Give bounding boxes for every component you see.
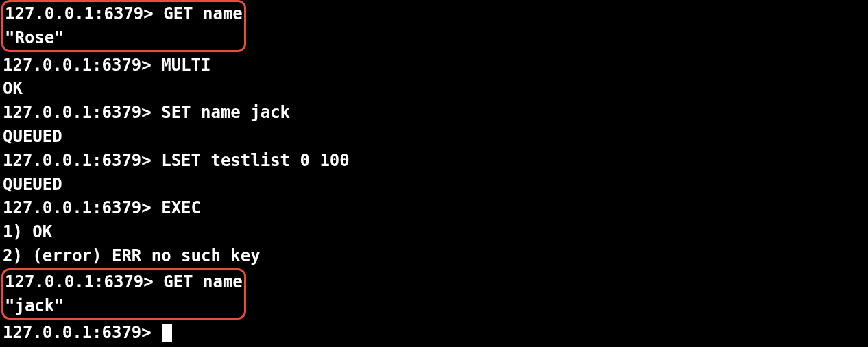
output-line: "Rose" bbox=[5, 26, 243, 50]
command-line: 127.0.0.1:6379> GET name bbox=[5, 270, 243, 294]
prompt-text: 127.0.0.1:6379> bbox=[3, 323, 161, 342]
terminal-output[interactable]: 127.0.0.1:6379> GET name "Rose" 127.0.0.… bbox=[0, 0, 868, 345]
output-line: "jack" bbox=[5, 294, 243, 318]
output-line: OK bbox=[3, 77, 865, 101]
output-line: QUEUED bbox=[3, 173, 865, 197]
command-line: 127.0.0.1:6379> GET name bbox=[5, 2, 243, 26]
highlight-box-1: 127.0.0.1:6379> GET name "Rose" bbox=[1, 0, 246, 52]
output-line: 1) OK bbox=[3, 220, 865, 244]
prompt-line[interactable]: 127.0.0.1:6379> bbox=[3, 321, 865, 345]
output-line: QUEUED bbox=[3, 125, 865, 149]
highlight-box-2: 127.0.0.1:6379> GET name "jack" bbox=[1, 268, 246, 320]
command-line: 127.0.0.1:6379> MULTI bbox=[3, 53, 865, 77]
command-line: 127.0.0.1:6379> LSET testlist 0 100 bbox=[3, 149, 865, 173]
output-line: 2) (error) ERR no such key bbox=[3, 244, 865, 268]
command-line: 127.0.0.1:6379> SET name jack bbox=[3, 101, 865, 125]
command-line: 127.0.0.1:6379> EXEC bbox=[3, 196, 865, 220]
cursor bbox=[162, 324, 172, 342]
